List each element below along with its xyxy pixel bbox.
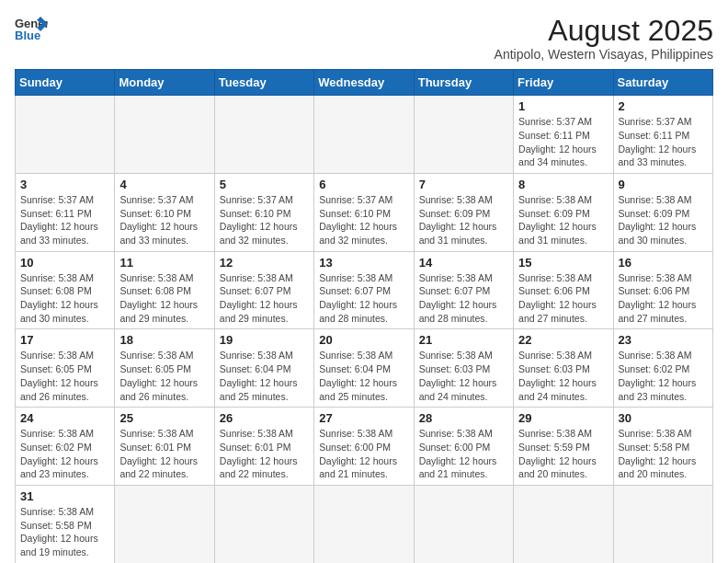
calendar-cell [115,96,214,174]
location-subtitle: Antipolo, Western Visayas, Philippines [495,47,713,62]
day-info: Sunrise: 5:38 AM Sunset: 6:03 PM Dayligh… [419,349,508,403]
day-info: Sunrise: 5:38 AM Sunset: 6:05 PM Dayligh… [119,349,209,403]
day-number: 31 [20,489,109,503]
day-number: 10 [20,256,109,270]
day-info: Sunrise: 5:37 AM Sunset: 6:10 PM Dayligh… [220,193,309,247]
calendar-cell: 10Sunrise: 5:38 AM Sunset: 6:08 PM Dayli… [16,251,115,329]
calendar-week-row: 31Sunrise: 5:38 AM Sunset: 5:58 PM Dayli… [16,485,713,563]
logo: General Blue [15,15,48,42]
day-number: 1 [518,99,608,113]
day-info: Sunrise: 5:38 AM Sunset: 6:01 PM Dayligh… [119,427,209,481]
generalblue-logo-icon: General Blue [15,15,48,42]
calendar-cell: 21Sunrise: 5:38 AM Sunset: 6:03 PM Dayli… [414,329,513,408]
calendar-cell: 7Sunrise: 5:38 AM Sunset: 6:09 PM Daylig… [414,173,513,251]
month-year-title: August 2025 [495,15,713,47]
day-number: 30 [619,411,708,425]
day-number: 16 [619,256,708,270]
calendar-cell: 19Sunrise: 5:38 AM Sunset: 6:04 PM Dayli… [214,329,313,408]
day-info: Sunrise: 5:38 AM Sunset: 5:58 PM Dayligh… [619,427,708,481]
day-info: Sunrise: 5:38 AM Sunset: 6:06 PM Dayligh… [619,271,708,326]
calendar-cell: 28Sunrise: 5:38 AM Sunset: 6:00 PM Dayli… [414,408,513,486]
day-info: Sunrise: 5:38 AM Sunset: 6:00 PM Dayligh… [419,427,508,481]
calendar-cell: 12Sunrise: 5:38 AM Sunset: 6:07 PM Dayli… [214,251,313,329]
day-number: 19 [220,333,309,347]
day-info: Sunrise: 5:37 AM Sunset: 6:10 PM Dayligh… [119,193,209,247]
calendar-cell [314,96,414,174]
calendar-week-row: 3Sunrise: 5:37 AM Sunset: 6:11 PM Daylig… [16,173,713,251]
day-info: Sunrise: 5:37 AM Sunset: 6:11 PM Dayligh… [518,115,608,169]
calendar-week-row: 10Sunrise: 5:38 AM Sunset: 6:08 PM Dayli… [16,251,713,329]
calendar-cell [214,485,313,563]
col-header-monday: Monday [115,70,214,96]
calendar-cell [414,96,513,174]
calendar-cell: 26Sunrise: 5:38 AM Sunset: 6:01 PM Dayli… [214,408,313,486]
calendar-cell: 8Sunrise: 5:38 AM Sunset: 6:09 PM Daylig… [514,173,613,251]
day-number: 29 [518,411,608,425]
day-number: 27 [319,411,408,425]
calendar-cell: 20Sunrise: 5:38 AM Sunset: 6:04 PM Dayli… [314,329,414,408]
day-number: 4 [119,178,209,191]
day-number: 25 [119,411,209,425]
header: General Blue August 2025 Antipolo, Weste… [15,15,713,62]
calendar-cell: 31Sunrise: 5:38 AM Sunset: 5:58 PM Dayli… [16,485,115,563]
calendar-cell: 16Sunrise: 5:38 AM Sunset: 6:06 PM Dayli… [613,251,712,329]
day-info: Sunrise: 5:37 AM Sunset: 6:11 PM Dayligh… [619,115,708,169]
title-area: August 2025 Antipolo, Western Visayas, P… [495,15,713,62]
day-number: 3 [20,178,109,191]
col-header-sunday: Sunday [16,70,115,96]
day-info: Sunrise: 5:38 AM Sunset: 6:03 PM Dayligh… [518,349,608,403]
day-number: 22 [518,333,608,347]
calendar-cell: 1Sunrise: 5:37 AM Sunset: 6:11 PM Daylig… [514,96,613,174]
col-header-friday: Friday [514,70,613,96]
day-info: Sunrise: 5:38 AM Sunset: 6:02 PM Dayligh… [20,427,109,481]
day-info: Sunrise: 5:38 AM Sunset: 6:00 PM Dayligh… [319,427,408,481]
day-number: 24 [20,411,109,425]
day-info: Sunrise: 5:38 AM Sunset: 6:07 PM Dayligh… [419,271,508,326]
day-info: Sunrise: 5:38 AM Sunset: 6:04 PM Dayligh… [220,349,309,403]
day-number: 28 [419,411,508,425]
calendar-cell: 30Sunrise: 5:38 AM Sunset: 5:58 PM Dayli… [613,408,712,486]
day-info: Sunrise: 5:38 AM Sunset: 6:01 PM Dayligh… [220,427,309,481]
day-number: 18 [119,333,209,347]
day-number: 15 [518,256,608,270]
calendar-cell: 3Sunrise: 5:37 AM Sunset: 6:11 PM Daylig… [16,173,115,251]
calendar-cell [16,96,115,174]
day-number: 17 [20,333,109,347]
day-number: 14 [419,256,508,270]
calendar-header-row: SundayMondayTuesdayWednesdayThursdayFrid… [16,70,713,96]
day-number: 9 [619,178,708,191]
calendar-cell: 27Sunrise: 5:38 AM Sunset: 6:00 PM Dayli… [314,408,414,486]
day-number: 26 [220,411,309,425]
day-number: 12 [220,256,309,270]
day-number: 13 [319,256,408,270]
day-number: 8 [518,178,608,191]
calendar-cell [414,485,513,563]
calendar-cell [214,96,313,174]
calendar-cell: 24Sunrise: 5:38 AM Sunset: 6:02 PM Dayli… [16,408,115,486]
day-info: Sunrise: 5:38 AM Sunset: 6:08 PM Dayligh… [20,271,109,326]
day-number: 2 [619,99,708,113]
calendar-cell: 11Sunrise: 5:38 AM Sunset: 6:08 PM Dayli… [115,251,214,329]
calendar-week-row: 24Sunrise: 5:38 AM Sunset: 6:02 PM Dayli… [16,408,713,486]
calendar-week-row: 1Sunrise: 5:37 AM Sunset: 6:11 PM Daylig… [16,96,713,174]
calendar-week-row: 17Sunrise: 5:38 AM Sunset: 6:05 PM Dayli… [16,329,713,408]
col-header-saturday: Saturday [613,70,712,96]
day-info: Sunrise: 5:37 AM Sunset: 6:11 PM Dayligh… [20,193,109,247]
day-number: 6 [319,178,408,191]
calendar-cell: 4Sunrise: 5:37 AM Sunset: 6:10 PM Daylig… [115,173,214,251]
col-header-thursday: Thursday [414,70,513,96]
calendar-cell: 15Sunrise: 5:38 AM Sunset: 6:06 PM Dayli… [514,251,613,329]
col-header-wednesday: Wednesday [314,70,414,96]
day-number: 23 [619,333,708,347]
day-info: Sunrise: 5:38 AM Sunset: 6:04 PM Dayligh… [319,349,408,403]
day-info: Sunrise: 5:37 AM Sunset: 6:10 PM Dayligh… [319,193,408,247]
day-info: Sunrise: 5:38 AM Sunset: 6:07 PM Dayligh… [220,271,309,326]
calendar-cell: 14Sunrise: 5:38 AM Sunset: 6:07 PM Dayli… [414,251,513,329]
svg-text:Blue: Blue [15,29,40,42]
day-info: Sunrise: 5:38 AM Sunset: 6:09 PM Dayligh… [518,193,608,247]
calendar-cell [314,485,414,563]
calendar-cell: 17Sunrise: 5:38 AM Sunset: 6:05 PM Dayli… [16,329,115,408]
calendar-cell: 6Sunrise: 5:37 AM Sunset: 6:10 PM Daylig… [314,173,414,251]
calendar-cell: 2Sunrise: 5:37 AM Sunset: 6:11 PM Daylig… [613,96,712,174]
col-header-tuesday: Tuesday [214,70,313,96]
